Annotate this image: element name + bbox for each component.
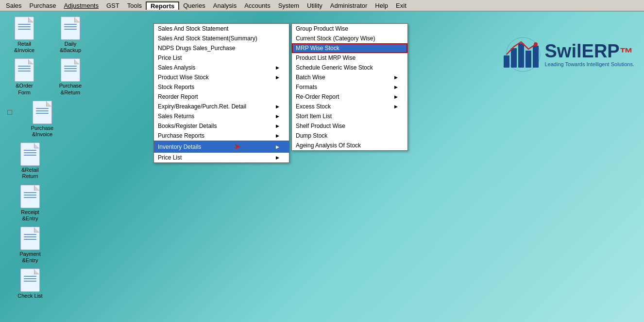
svg-rect-0 — [504, 55, 509, 68]
menu-exit[interactable]: Exit — [392, 1, 410, 10]
icon-daily-backup[interactable]: Daily&Backup — [53, 17, 87, 54]
icon-retail-invoice[interactable]: Retail&Invoice — [7, 17, 41, 54]
menu-price-list-2[interactable]: Price List — [154, 153, 289, 162]
svg-rect-4 — [533, 46, 539, 68]
icon-payment-entry[interactable]: Payment&Entry — [13, 227, 47, 264]
menu-tools[interactable]: Tools — [123, 1, 146, 10]
menu-books-register[interactable]: Books/Register Details — [154, 121, 289, 131]
menu-accounts[interactable]: Accounts — [240, 1, 274, 10]
arrow-right-icon: ➤ — [234, 142, 240, 151]
menu-product-list-mrp[interactable]: Product List MRP Wise — [292, 53, 407, 63]
menu-schedule-generic[interactable]: Schedule Generic Wise Stock — [292, 63, 407, 72]
icon-retail-return[interactable]: &RetailReturn — [13, 143, 47, 179]
inventory-submenu: Group Product Wise Current Stock (Catego… — [291, 23, 408, 151]
menu-sales-returns[interactable]: Sales Returns — [154, 111, 289, 121]
desktop: Retail&Invoice Daily&Backup &OrderForm P… — [0, 12, 644, 322]
menu-gst[interactable]: GST — [102, 1, 123, 10]
menu-sales[interactable]: Sales — [2, 1, 26, 10]
menu-price-list-1[interactable]: Price List — [154, 53, 289, 63]
reports-dropdown: Sales And Stock Statement Sales And Stoc… — [153, 23, 289, 163]
icon-receipt-entry[interactable]: Receipt&Entry — [13, 185, 47, 222]
menu-sales-stock-statement[interactable]: Sales And Stock Statement — [154, 24, 289, 34]
menu-sales-stock-summary[interactable]: Sales And Stock Statement(Summary) — [154, 34, 289, 43]
menu-dump-stock[interactable]: Dump Stock — [292, 131, 407, 141]
logo-erp: ERP — [582, 41, 620, 61]
menu-sales-analysis[interactable]: Sales Analysis — [154, 63, 289, 72]
menu-expiry-breakage[interactable]: Expiry/Breakage/Purch.Ret. Detail — [154, 102, 289, 111]
menu-stock-reports[interactable]: Stock Reports — [154, 82, 289, 92]
menu-reorder-report-inv[interactable]: Re-Order Report — [292, 92, 407, 102]
menu-formats[interactable]: Formats — [292, 82, 407, 92]
menu-adjustments[interactable]: Adjustments — [60, 1, 102, 10]
menu-ageing-analysis[interactable]: Ageing Analysis Of Stock — [292, 141, 407, 150]
menu-stort-item-list[interactable]: Stort Item List — [292, 111, 407, 121]
menu-utility[interactable]: Utility — [303, 1, 326, 10]
svg-rect-3 — [525, 51, 531, 68]
menu-queries[interactable]: Queries — [179, 1, 209, 10]
logo-area: SwilERP™ Leading Towards Intelligent Sol… — [501, 36, 634, 72]
menu-analysis[interactable]: Analysis — [209, 1, 240, 10]
menu-purchase-reports[interactable]: Purchase Reports — [154, 131, 289, 141]
menu-reports[interactable]: Reports — [146, 1, 179, 10]
icon-purchase-return[interactable]: Purchase&Return — [53, 58, 87, 95]
menu-group-product-wise[interactable]: Group Product Wise — [292, 24, 407, 34]
logo-subtitle: Leading Towards Intelligent Solutions. — [545, 61, 634, 67]
svg-rect-2 — [518, 43, 524, 68]
icon-check-list[interactable]: Check List — [13, 268, 47, 299]
menu-product-wise-stock[interactable]: Product Wise Stock — [154, 72, 289, 82]
menu-mrp-wise-stock[interactable]: MRP Wise Stock — [292, 43, 407, 53]
logo-graphic — [501, 36, 545, 72]
menu-purchase[interactable]: Purchase — [26, 1, 60, 10]
menu-current-stock-category[interactable]: Current Stock (Category Wise) — [292, 34, 407, 43]
menu-ndps-drugs[interactable]: NDPS Drugs Sales_Purchase — [154, 43, 289, 53]
menu-administrator[interactable]: Administrator — [326, 1, 372, 10]
icon-order-form[interactable]: &OrderForm — [7, 58, 41, 95]
icon-purchase-invoice[interactable]: Purchase&Invoice — [25, 101, 59, 138]
menubar: Sales Purchase Adjustments GST Tools Rep… — [0, 0, 644, 12]
menu-shelf-product-wise[interactable]: Shelf Product Wise — [292, 121, 407, 131]
menu-reorder-report[interactable]: Reorder Report — [154, 92, 289, 102]
logo-swil: Swil — [545, 41, 582, 61]
menu-batch-wise[interactable]: Batch Wise — [292, 72, 407, 82]
menu-help[interactable]: Help — [371, 1, 392, 10]
menu-excess-stock[interactable]: Excess Stock — [292, 102, 407, 111]
menu-inventory-details[interactable]: Inventory Details ➤ — [154, 141, 289, 153]
svg-rect-1 — [511, 48, 517, 68]
menu-system[interactable]: System — [274, 1, 303, 10]
